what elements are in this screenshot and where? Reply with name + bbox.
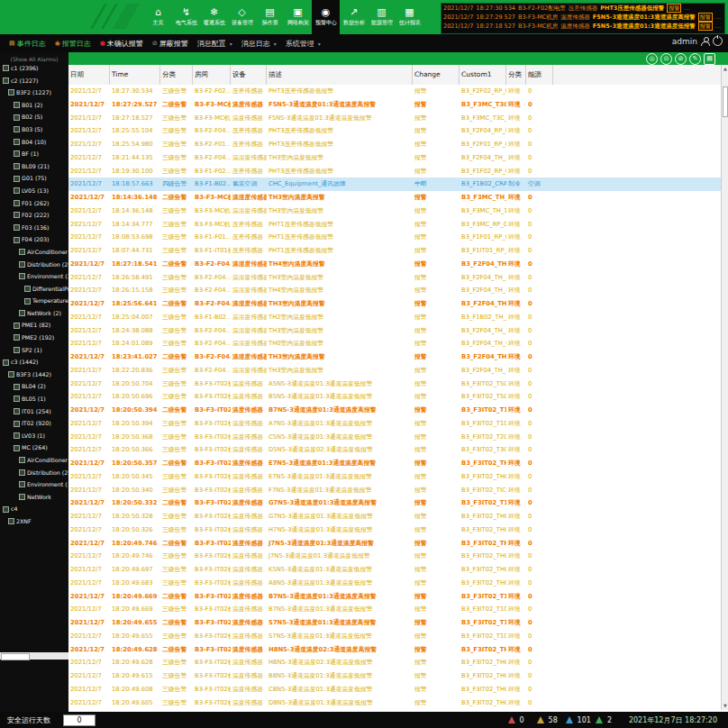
table-row[interactable]: 2021/12/718:20:49.746三级告警B3-F3-IT02机房温度传… (68, 550, 721, 563)
power-icon[interactable] (713, 36, 723, 46)
show-all-alarms-item[interactable]: (Show All Alarms) (0, 52, 68, 62)
table-row[interactable]: 2021/12/718:24:01.089三级告警B3-F2-F04…温湿度传感… (68, 337, 721, 350)
tree-item-SP2[interactable]: SP2 (1) (0, 344, 68, 357)
nav-item-暖通系统[interactable]: ❄暖通系统 (200, 0, 228, 34)
table-row[interactable]: 2021/12/718:20:50.704三级告警B3-F3-IT02机房温度传… (68, 378, 721, 391)
table-row[interactable]: 2021/12/718:20:49.628二级告警B3-F3-IT02机房温度传… (68, 643, 721, 657)
sidebar-hscrollbar-thumb[interactable] (1, 653, 30, 660)
tree-item-Distribution[interactable]: Distribution (252) (0, 467, 68, 479)
nav-item-预警中心[interactable]: ◉预警中心 (312, 0, 340, 34)
table-row[interactable]: 2021/12/718:27:18.541二级告警B3-F2-F04…温湿度传感… (68, 258, 721, 271)
table-row[interactable]: 2021/12/718:20:49.615三级告警B3-F3-IT02机房温度传… (68, 669, 721, 683)
tree-item-BL05[interactable]: BL05 (1) (0, 393, 68, 405)
column-header-9[interactable]: 能源 (526, 65, 553, 85)
tree-item-NetWork[interactable]: NetWork (0, 491, 68, 504)
tree-item-c4[interactable]: c4 (0, 503, 68, 515)
tab-消息配置[interactable]: 消息配置▾ (197, 39, 232, 49)
table-row[interactable]: 2021/12/718:20:50.332二级告警B3-F3-IT02机房温度传… (68, 496, 721, 510)
nav-item-操作票[interactable]: ▤操作票 (256, 0, 284, 34)
tree-item-Environment[interactable]: Environment (38) (0, 270, 68, 283)
table-row[interactable]: 2021/12/718:25:54.980三级告警B3-F2-F01…压差传感器… (68, 138, 721, 151)
column-header-2[interactable]: 分类 (160, 65, 193, 85)
tree-item-B01[interactable]: B01 (2) (0, 99, 68, 112)
nav-item-主页[interactable]: ⌂主页 (144, 0, 172, 34)
tree-item-c3[interactable]: c3 (1442) (0, 356, 68, 369)
tree-item-F03[interactable]: F03 (136) (0, 222, 68, 234)
column-header-8[interactable]: 分类 (506, 65, 526, 85)
tree-item-IT02[interactable]: IT02 (920) (0, 417, 68, 430)
scroll-up-arrow[interactable]: ▲ (722, 65, 728, 73)
tree-item-MC[interactable]: MC (264) (0, 441, 68, 454)
tree-item-BL04[interactable]: BL04 (2) (0, 380, 68, 393)
tree-item-c1[interactable]: c1 (2396) (0, 62, 68, 75)
tree-item-B04[interactable]: B04 (10) (0, 136, 68, 149)
table-row[interactable]: 2021/12/718:20:49.746二级告警B3-F3-IT02机房温度传… (68, 537, 721, 551)
table-row[interactable]: 2021/12/718:20:49.669二级告警B3-F3-IT02机房温度传… (68, 590, 721, 604)
tree-item-PME2[interactable]: PME2 (192) (0, 332, 68, 344)
table-row[interactable]: 2021/12/718:19:30.100三级告警B3-F1-F02…压差传感器… (68, 165, 721, 178)
table-row[interactable]: 2021/12/718:24:38.088三级告警B3-F2-F04…温湿度传感… (68, 324, 721, 338)
table-row[interactable]: 2021/12/718:20:50.340三级告警B3-F3-IT02机房温度传… (68, 484, 721, 497)
tree-item-Distribution[interactable]: Distribution (253) (0, 259, 68, 271)
table-row[interactable]: 2021/12/718:20:49.697三级告警B3-F3-IT02机房温度传… (68, 563, 721, 577)
tree-item-c2[interactable]: c2 (1227) (0, 75, 68, 87)
tab-消息日志[interactable]: 消息日志▾ (241, 39, 277, 49)
tab-未确认报警[interactable]: ●未确认报警 (100, 39, 143, 49)
column-header-1[interactable]: Time (110, 65, 160, 85)
table-row[interactable]: 2021/12/718:27:29.527二级告警B3-F3-MC机房温度传感器… (68, 98, 721, 112)
nav-item-能源管理[interactable]: ▥能源管理 (368, 0, 396, 34)
table-row[interactable]: 2021/12/718:27:18.527三级告警B3-F3-MC机房温度传感器… (68, 112, 721, 125)
tab-事件日志[interactable]: ▤事件日志 (9, 39, 46, 49)
pause-icon[interactable]: ⊙ (660, 53, 672, 65)
table-row[interactable]: 2021/12/718:20:50.696三级告警B3-F3-IT02机房温度传… (68, 390, 721, 404)
table-row[interactable]: 2021/12/718:26:58.491三级告警B3-F2-F04…温湿度传感… (68, 271, 721, 285)
nav-item-统计报表[interactable]: ▦统计报表 (396, 0, 423, 34)
tree-item-B3F3[interactable]: B3F3 (1442) (0, 369, 68, 381)
tree-item-LV05[interactable]: LV05 (13) (0, 185, 68, 197)
scroll-down-arrow[interactable]: ▼ (722, 702, 728, 710)
mute-icon[interactable]: ⊘ (675, 53, 687, 65)
tab-系统管理[interactable]: 系统管理▾ (286, 39, 321, 49)
tree-item-AirConditioner[interactable]: AirConditioner (0, 454, 68, 467)
table-row[interactable]: 2021/12/718:20:50.368三级告警B3-F3-IT02机房温度传… (68, 431, 721, 444)
table-row[interactable]: 2021/12/718:25:55.104三级告警B3-F2-F04…压差传感器… (68, 124, 721, 138)
nav-item-网络构架[interactable]: ▣网络构架 (284, 0, 312, 34)
table-row[interactable]: 2021/12/718:20:50.394二级告警B3-F3-IT02机房温度传… (68, 404, 721, 417)
tree-item-G01[interactable]: G01 (75) (0, 172, 68, 185)
table-row[interactable]: 2021/12/718:20:49.683三级告警B3-F3-IT02机房温度传… (68, 577, 721, 590)
tree-item-F02[interactable]: F02 (222) (0, 209, 68, 222)
tree-item-NetWork[interactable]: NetWork (2) (0, 307, 68, 320)
table-row[interactable]: 2021/12/718:14:36.148三级告警B3-F3-MC机房温湿度传感… (68, 205, 721, 218)
nav-item-设备管理[interactable]: ◇设备管理 (228, 0, 256, 34)
column-header-6[interactable]: Change (413, 65, 460, 85)
table-row[interactable]: 2021/12/718:07:44.731三级告警B3-F1-IT01机房压差传… (68, 244, 721, 258)
tree-item-B3F2[interactable]: B3F2 (1227) (0, 86, 68, 99)
tab-屏蔽报警[interactable]: ⊘屏蔽报警 (152, 39, 188, 49)
table-row[interactable]: 2021/12/718:20:50.326三级告警B3-F3-IT02机房温度传… (68, 523, 721, 537)
sidebar-hscrollbar[interactable] (0, 652, 68, 660)
tree-item-BF[interactable]: BF (1) (0, 148, 68, 160)
table-row[interactable]: 2021/12/718:22:20.836三级告警B3-F2-F04…温湿度传感… (68, 364, 721, 378)
table-vscrollbar-thumb[interactable] (723, 86, 728, 117)
table-row[interactable]: 2021/12/718:25:04.007三级告警B3-F1-B02…温湿度传感… (68, 311, 721, 324)
table-row[interactable]: 2021/12/718:20:49.655二级告警B3-F3-IT02机房温度传… (68, 616, 721, 630)
column-header-0[interactable]: 日期 (68, 65, 110, 85)
table-row[interactable]: 2021/12/718:20:49.669三级告警B3-F3-IT02机房温度传… (68, 603, 721, 616)
tree-item-B02[interactable]: B02 (5) (0, 111, 68, 123)
tree-item-F01[interactable]: F01 (262) (0, 197, 68, 210)
tree-item-IT01[interactable]: IT01 (254) (0, 405, 68, 418)
edit-icon[interactable]: ✎ (689, 53, 701, 65)
export-icon[interactable]: ▤ (704, 53, 715, 65)
table-row[interactable]: 2021/12/718:14:36.148二级告警B3-F3-MC机房温湿度传感… (68, 191, 721, 205)
tab-报警日志[interactable]: ◉报警日志 (55, 39, 91, 49)
nav-item-数据分析[interactable]: ↗数据分析 (340, 0, 368, 34)
table-row[interactable]: 2021/12/718:20:50.394三级告警B3-F3-IT02机房温度传… (68, 417, 721, 431)
table-row[interactable]: 2021/12/718:23:41.027二级告警B3-F2-F04…温湿度传感… (68, 350, 721, 364)
column-header-7[interactable]: Custom1 (460, 65, 506, 85)
nav-item-电气系统[interactable]: ↯电气系统 (172, 0, 200, 34)
table-vscrollbar[interactable]: ▲ ▼ (721, 65, 728, 710)
filter-icon[interactable]: ◎ (646, 53, 658, 65)
table-row[interactable]: 2021/12/718:20:49.628三级告警B3-F3-IT02机房温度传… (68, 656, 721, 669)
table-row[interactable]: 2021/12/718:21:44.135三级告警B3-F2-F04…温湿度传感… (68, 151, 721, 165)
tree-item-2XNF[interactable]: 2XNF (0, 515, 68, 528)
